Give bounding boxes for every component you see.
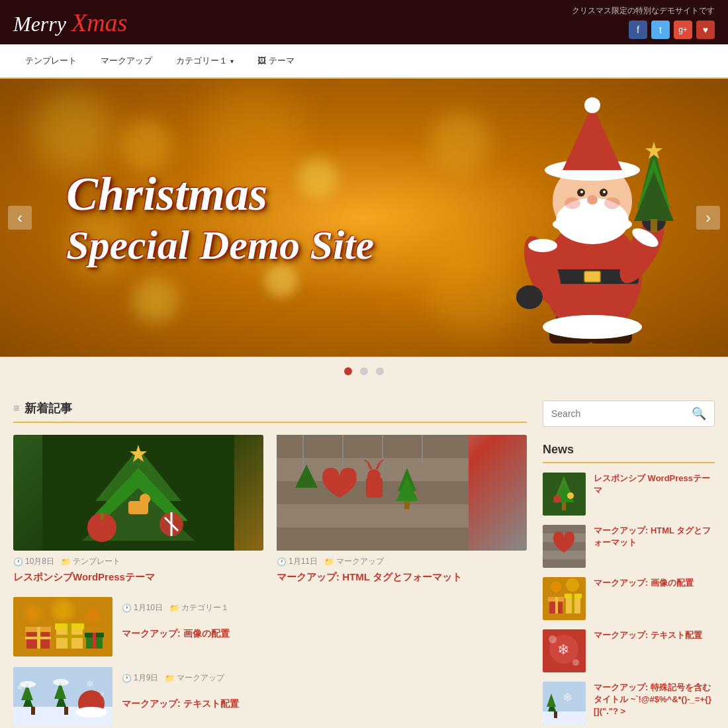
nav-item-category[interactable]: カテゴリー１ ▾ [164,44,246,77]
social-icons: f t g+ ♥ [629,21,715,39]
article-card-0[interactable]: 🕐 10月8日 📁 テンプレート レスポンシブWordPressテーマ [13,435,263,584]
slider-dot-1[interactable] [344,367,352,375]
svg-text:❄: ❄ [17,683,23,692]
logo-merry: Merry [13,12,66,36]
article-list-meta-0: 🕐 1月10日 📁 カテゴリー１ [122,602,527,614]
search-button[interactable]: 🔍 [684,401,714,426]
news-thumb-1 [543,525,586,568]
svg-point-42 [140,494,150,504]
nav-item-theme[interactable]: 🖼 テーマ [246,44,306,77]
svg-point-122 [549,635,557,643]
bokeh-circle [119,118,172,171]
svg-rect-79 [93,633,96,649]
svg-rect-52 [277,504,469,527]
article-card-1[interactable]: 🕐 1月11日 📁 マークアップ マークアップ: HTML タグとフォーマット [277,435,527,584]
logo-xmas-text: Xmas [71,9,127,36]
article-date-1: 🕐 1月11日 [277,556,318,567]
article-list-item-1[interactable]: ❄ ❄ ❄ 🕐 1月9日 📁 マークアップ マークアップ: テキスト配置 [13,667,527,727]
main-nav: テンプレート マークアップ カテゴリー１ ▾ 🖼 テーマ [0,44,728,79]
news-item-4[interactable]: ❄ マークアップ: 特殊記号を含むタイトル ~`!@#$%^&*()-_=+{}… [543,682,715,725]
news-item-1[interactable]: マークアップ: HTML タグとフォーマット [543,525,715,568]
svg-point-17 [528,239,557,252]
news-item-2[interactable]: マークアップ: 画像の配置 [543,577,715,620]
news-item-3[interactable]: ❄ マークアップ: テキスト配置 [543,629,715,672]
svg-rect-15 [651,219,657,232]
news-thumb-0 [543,473,586,516]
slider-dot-3[interactable] [376,367,384,375]
article-date-0: 🕐 10月8日 [13,556,54,567]
svg-rect-103 [562,502,566,510]
twitter-icon[interactable]: t [651,21,670,39]
bokeh-circle [132,277,179,324]
svg-point-102 [567,492,574,499]
svg-text:❄: ❄ [563,691,572,704]
article-list-meta-1: 🕐 1月9日 📁 マークアップ [122,672,527,684]
article-image-0 [42,435,234,551]
article-list-title-0[interactable]: マークアップ: 画像の配置 [122,628,527,640]
facebook-icon[interactable]: f [629,21,647,39]
svg-point-82 [86,609,99,622]
slider-prev-button[interactable]: ‹ [8,206,32,230]
svg-rect-40 [100,513,104,520]
news-text-1[interactable]: マークアップ: HTML タグとフォーマット [594,525,715,549]
svg-point-81 [52,600,73,621]
article-category-1: 📁 マークアップ [324,556,384,567]
article-list-image-0 [13,597,113,657]
list-icon: ≡ [13,402,19,414]
news-thumb-2 [543,577,586,620]
svg-rect-90 [64,707,68,715]
site-logo[interactable]: Merry Xmas [13,8,127,37]
svg-point-5 [543,315,642,339]
slider-next-button[interactable]: › [696,206,720,230]
svg-rect-49 [277,435,469,458]
article-meta-1: 🕐 1月11日 📁 マークアップ [277,556,527,567]
article-title-0[interactable]: レスポンシブWordPressテーマ [13,570,263,584]
svg-marker-14 [634,171,674,221]
slider-dot-2[interactable] [360,367,368,375]
article-list-item-0[interactable]: 🕐 1月10日 📁 カテゴリー１ マークアップ: 画像の配置 [13,597,527,657]
svg-rect-105 [543,525,586,533]
news-text-0[interactable]: レスポンシブ WordPressテーマ [594,473,715,496]
hero-title-line1: Christmas [66,167,374,222]
nav-item-template[interactable]: テンプレート [13,44,89,77]
nav-item-markup[interactable]: マークアップ [89,44,164,77]
svg-rect-7 [584,271,600,282]
article-list-image-1: ❄ ❄ ❄ [13,667,113,727]
news-text-2[interactable]: マークアップ: 画像の配置 [594,577,715,589]
article-category-0: 📁 テンプレート [61,556,120,567]
section-title: 新着記事 [24,400,72,416]
article-title-1[interactable]: マークアップ: HTML タグとフォーマット [277,570,527,584]
svg-rect-87 [31,707,35,715]
dropdown-arrow: ▾ [230,58,234,65]
news-thumb-3: ❄ [543,629,586,672]
search-input[interactable] [543,401,684,426]
googleplus-icon[interactable]: g+ [674,21,692,39]
heart-icon[interactable]: ♥ [696,21,715,39]
section-heading: ≡ 新着記事 [13,400,527,423]
santa-figure [483,92,708,357]
slider-dots [0,357,728,387]
svg-point-94 [75,707,107,717]
article-list-thumb-0 [13,597,113,657]
article-grid: 🕐 10月8日 📁 テンプレート レスポンシブWordPressテーマ [13,435,527,584]
article-list-content-0: 🕐 1月10日 📁 カテゴリー１ マークアップ: 画像の配置 [122,597,527,640]
svg-rect-116 [572,594,574,614]
svg-rect-113 [555,597,558,614]
news-item-0[interactable]: レスポンシブ WordPressテーマ [543,473,715,516]
article-list-title-1[interactable]: マークアップ: テキスト配置 [122,698,527,710]
hero-title: Christmas Special Demo Site [66,167,374,269]
svg-point-118 [566,578,579,592]
hero-slider: ‹ Christmas Special Demo Site [0,79,728,357]
svg-marker-22 [563,105,622,170]
hero-title-line2: Special Demo Site [66,222,374,269]
svg-point-123 [572,659,579,666]
svg-point-29 [580,191,583,193]
news-text-3[interactable]: マークアップ: テキスト配置 [594,629,715,641]
svg-text:❄: ❄ [86,678,94,689]
news-text-4[interactable]: マークアップ: 特殊記号を含むタイトル ~`!@#$%^&*()-_=+{}[]… [594,682,715,718]
search-box: 🔍 [543,400,715,427]
santa-svg [483,92,708,357]
news-thumb-4: ❄ [543,682,586,725]
svg-rect-109 [543,559,586,568]
article-meta-0: 🕐 10月8日 📁 テンプレート [13,556,263,567]
